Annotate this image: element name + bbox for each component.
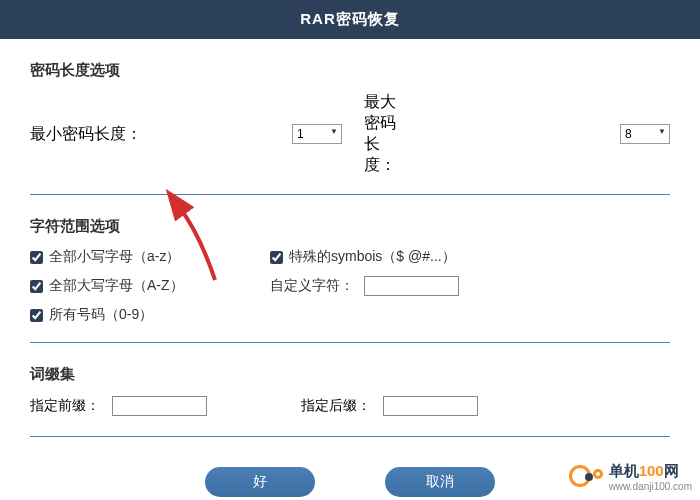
symbols-checkbox-item[interactable]: 特殊的symbois（$ @#...） <box>270 248 670 266</box>
cancel-button[interactable]: 取消 <box>385 467 495 497</box>
suffix-input[interactable] <box>383 396 478 416</box>
symbols-label: 特殊的symbois（$ @#...） <box>289 248 456 266</box>
uppercase-checkbox-item[interactable]: 全部大写字母（A-Z） <box>30 276 250 296</box>
custom-chars-row: 自定义字符： <box>270 276 670 296</box>
prefix-input[interactable] <box>112 396 207 416</box>
affix-row: 指定前缀： 指定后缀： <box>30 396 670 416</box>
charset-section-title: 字符范围选项 <box>30 217 670 236</box>
max-length-select[interactable]: 8 <box>620 124 670 144</box>
watermark-text: 单机100网 www.danji100.com <box>609 462 692 492</box>
symbols-checkbox[interactable] <box>270 251 283 264</box>
divider <box>30 436 670 437</box>
length-row: 最小密码长度： 1 最大密码长度： 8 <box>30 92 670 176</box>
main-content: 密码长度选项 最小密码长度： 1 最大密码长度： 8 字符范围选项 全部小写字母… <box>0 61 700 497</box>
suffix-label: 指定后缀： <box>301 397 371 415</box>
custom-chars-input[interactable] <box>364 276 459 296</box>
watermark: 单机100网 www.danji100.com <box>569 462 692 492</box>
length-section-title: 密码长度选项 <box>30 61 670 80</box>
divider <box>30 342 670 343</box>
lowercase-checkbox[interactable] <box>30 251 43 264</box>
charset-grid: 全部小写字母（a-z） 特殊的symbois（$ @#...） 全部大写字母（A… <box>30 248 670 324</box>
window-title: RAR密码恢复 <box>0 0 700 39</box>
prefix-label: 指定前缀： <box>30 397 100 415</box>
custom-chars-label: 自定义字符： <box>270 277 354 295</box>
uppercase-checkbox[interactable] <box>30 280 43 293</box>
divider <box>30 194 670 195</box>
lowercase-checkbox-item[interactable]: 全部小写字母（a-z） <box>30 248 250 266</box>
numbers-label: 所有号码（0-9） <box>49 306 153 324</box>
affix-section-title: 词缀集 <box>30 365 670 384</box>
numbers-checkbox[interactable] <box>30 309 43 322</box>
lowercase-label: 全部小写字母（a-z） <box>49 248 180 266</box>
max-length-label: 最大密码长度： <box>364 92 400 176</box>
numbers-checkbox-item[interactable]: 所有号码（0-9） <box>30 306 250 324</box>
uppercase-label: 全部大写字母（A-Z） <box>49 277 184 295</box>
ok-button[interactable]: 好 <box>205 467 315 497</box>
watermark-logo-icon <box>569 465 603 489</box>
min-length-select[interactable]: 1 <box>292 124 342 144</box>
min-length-label: 最小密码长度： <box>30 124 142 145</box>
